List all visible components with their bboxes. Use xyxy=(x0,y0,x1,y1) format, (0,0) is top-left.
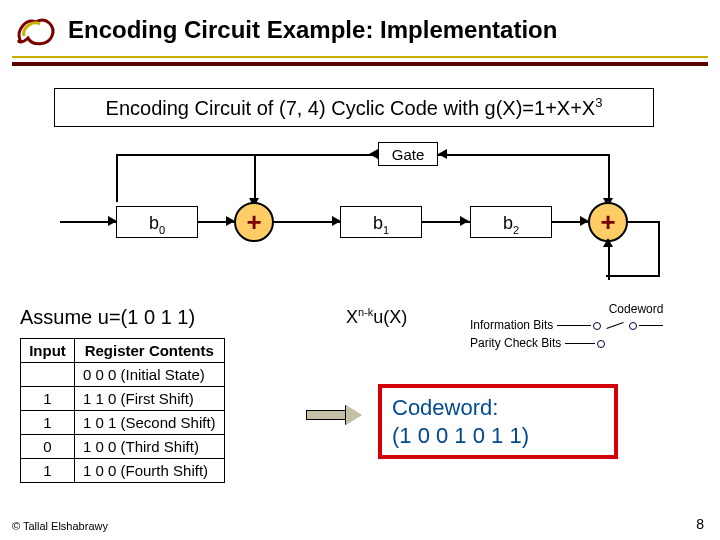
table-row: 01 0 0 (Third Shift) xyxy=(21,435,225,459)
page-number: 8 xyxy=(696,516,704,532)
table-row: 11 0 1 (Second Shift) xyxy=(21,411,225,435)
register-b1: b1 xyxy=(340,206,422,238)
codeword-result-box: Codeword: (1 0 0 1 0 1 1) xyxy=(378,384,618,459)
output-switch: Codeword Information Bits Parity Check B… xyxy=(470,302,663,350)
table-row: 11 1 0 (First Shift) xyxy=(21,387,225,411)
table-row: 11 0 0 (Fourth Shift) xyxy=(21,459,225,483)
arrow-right-icon xyxy=(306,405,362,425)
table-header-register: Register Contents xyxy=(75,339,225,363)
title-bar: Encoding Circuit Example: Implementation xyxy=(0,12,720,48)
register-b0: b0 xyxy=(116,206,198,238)
subtitle-superscript: 3 xyxy=(595,95,602,110)
circuit-diagram: Gate b0 b1 b2 + + xyxy=(40,142,680,292)
logo-icon xyxy=(12,12,60,48)
shift-register-table: Input Register Contents 0 0 0 (Initial S… xyxy=(20,338,225,483)
divider-gold xyxy=(12,56,708,58)
table-header-input: Input xyxy=(21,339,75,363)
switch-terminal-icon xyxy=(593,322,601,330)
parity-bits-label: Parity Check Bits xyxy=(470,336,561,350)
footer-copyright: © Tallal Elshabrawy xyxy=(12,520,108,532)
input-expression: Xn-ku(X) xyxy=(346,306,407,328)
divider-maroon xyxy=(12,62,708,66)
codeword-label: Codeword xyxy=(609,302,664,316)
assume-text: Assume u=(1 0 1 1) xyxy=(20,306,195,329)
page-title: Encoding Circuit Example: Implementation xyxy=(68,16,557,44)
table-row: 0 0 0 (Initial State) xyxy=(21,363,225,387)
codeword-value: (1 0 0 1 0 1 1) xyxy=(392,423,529,448)
switch-terminal-icon xyxy=(597,340,605,348)
gate-label: Gate xyxy=(378,142,438,166)
adder-2: + xyxy=(588,202,628,242)
info-bits-label: Information Bits xyxy=(470,318,553,332)
register-b2: b2 xyxy=(470,206,552,238)
switch-output-icon xyxy=(629,322,637,330)
subtitle-box: Encoding Circuit of (7, 4) Cyclic Code w… xyxy=(54,88,654,127)
subtitle-text: Encoding Circuit of (7, 4) Cyclic Code w… xyxy=(106,97,596,119)
codeword-title: Codeword: xyxy=(392,395,498,420)
adder-1: + xyxy=(234,202,274,242)
